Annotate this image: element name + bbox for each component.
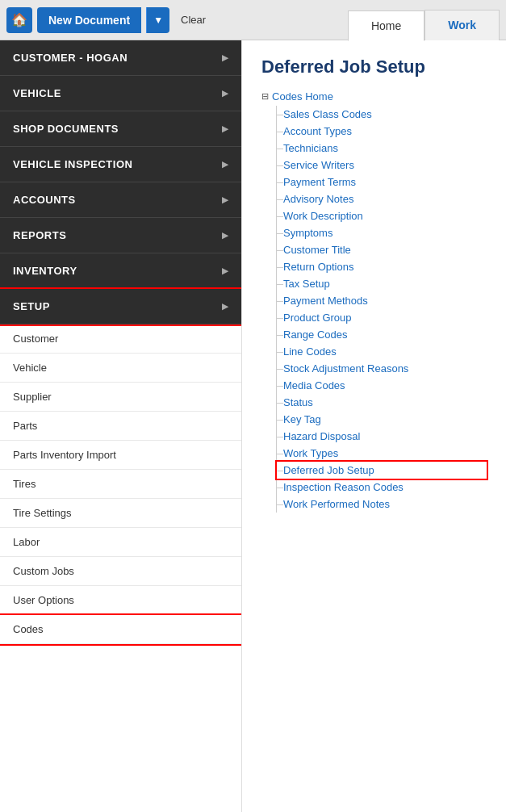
sidebar: CUSTOMER - HOGAN ▶ VEHICLE ▶ SHOP DOCUME… (0, 40, 242, 812)
chevron-right-icon: ▶ (222, 160, 229, 169)
tree-link[interactable]: Work Performed Notes (283, 497, 390, 511)
setup-item-parts[interactable]: Parts (0, 412, 241, 441)
new-document-button[interactable]: New Document (37, 7, 141, 33)
sidebar-label: SHOP DOCUMENTS (13, 123, 119, 135)
setup-item-custom-jobs[interactable]: Custom Jobs (0, 557, 241, 586)
chevron-right-icon: ▶ (222, 124, 229, 133)
sidebar-label: INVENTORY (13, 265, 77, 277)
tree-item-symptoms[interactable]: Symptoms (277, 224, 487, 241)
setup-item-parts-inventory-import[interactable]: Parts Inventory Import (0, 441, 241, 470)
tree-items: Sales Class Codes Account Types Technici… (276, 106, 487, 513)
tree-link[interactable]: Symptoms (283, 226, 332, 240)
tree-link[interactable]: Technicians (283, 141, 338, 155)
tree-link[interactable]: Media Codes (283, 379, 345, 392)
sidebar-item-inventory[interactable]: INVENTORY ▶ (0, 253, 241, 289)
sidebar-item-accounts[interactable]: ACCOUNTS ▶ (0, 182, 241, 218)
tree-link[interactable]: Advisory Notes (283, 192, 353, 206)
sidebar-item-reports[interactable]: REPORTS ▶ (0, 218, 241, 253)
tree-root[interactable]: ⊟ Codes Home (261, 90, 487, 103)
home-button[interactable]: 🏠 (6, 7, 32, 33)
setup-item-codes[interactable]: Codes (0, 615, 241, 644)
page-title: Deferred Job Setup (261, 57, 487, 77)
sidebar-item-customer[interactable]: CUSTOMER - HOGAN ▶ (0, 40, 241, 76)
setup-item-tire-settings[interactable]: Tire Settings (0, 499, 241, 528)
sidebar-item-shop-documents[interactable]: SHOP DOCUMENTS ▶ (0, 111, 241, 147)
tree-item-tax-setup[interactable]: Tax Setup (277, 275, 487, 292)
collapse-icon: ⊟ (261, 91, 269, 102)
setup-item-customer[interactable]: Customer (0, 324, 241, 354)
tree-link[interactable]: Line Codes (283, 345, 337, 358)
tree-link[interactable]: Product Group (283, 311, 352, 324)
tree-item-deferred-job-setup[interactable]: Deferred Job Setup (277, 462, 487, 479)
setup-item-vehicle[interactable]: Vehicle (0, 354, 241, 383)
tree-item-service-writers[interactable]: Service Writers (277, 157, 487, 174)
tree-link[interactable]: Customer Title (283, 243, 351, 257)
chevron-right-icon: ▶ (222, 302, 229, 311)
tree-item-customer-title[interactable]: Customer Title (277, 241, 487, 258)
tab-bar: Home Work (348, 0, 500, 40)
tree-item-range-codes[interactable]: Range Codes (277, 326, 487, 343)
tree-link[interactable]: Payment Terms (283, 175, 356, 189)
tree-item-payment-terms[interactable]: Payment Terms (277, 174, 487, 190)
new-document-dropdown-button[interactable]: ▼ (146, 7, 169, 33)
sidebar-label: CUSTOMER - HOGAN (13, 52, 128, 64)
setup-item-tires[interactable]: Tires (0, 470, 241, 499)
top-bar: 🏠 New Document ▼ Clear Home Work (0, 0, 506, 40)
tree-item-hazard-disposal[interactable]: Hazard Disposal (277, 428, 487, 445)
chevron-right-icon: ▶ (222, 53, 229, 62)
tree-item-technicians[interactable]: Technicians (277, 140, 487, 157)
chevron-right-icon: ▶ (222, 266, 229, 275)
tab-home[interactable]: Home (348, 10, 424, 41)
tree-link[interactable]: Return Options (283, 260, 353, 274)
setup-item-user-options[interactable]: User Options (0, 586, 241, 615)
tree-link[interactable]: Work Types (283, 446, 338, 460)
tree-link[interactable]: Work Description (283, 209, 363, 223)
tree-item-status[interactable]: Status (277, 394, 487, 411)
tree-link[interactable]: Payment Methods (283, 294, 368, 308)
tree-link[interactable]: Stock Adjustment Reasons (283, 362, 408, 375)
sidebar-item-vehicle[interactable]: VEHICLE ▶ (0, 76, 241, 111)
sidebar-label: REPORTS (13, 229, 66, 241)
tree-link[interactable]: Deferred Job Setup (283, 463, 374, 477)
tree-item-inspection-reason-codes[interactable]: Inspection Reason Codes (277, 479, 487, 496)
setup-item-labor[interactable]: Labor (0, 528, 241, 557)
tree-link[interactable]: Sales Class Codes (283, 107, 372, 121)
tree-link[interactable]: Range Codes (283, 328, 348, 341)
sidebar-label: VEHICLE INSPECTION (13, 158, 132, 170)
sidebar-item-setup[interactable]: SETUP ▶ (0, 289, 241, 324)
tree-item-work-description[interactable]: Work Description (277, 207, 487, 224)
codes-tree: ⊟ Codes Home Sales Class Codes Account T… (261, 90, 487, 513)
tree-link[interactable]: Hazard Disposal (283, 429, 360, 443)
tree-item-return-options[interactable]: Return Options (277, 258, 487, 275)
tree-item-sales-class-codes[interactable]: Sales Class Codes (277, 106, 487, 123)
tree-item-work-types[interactable]: Work Types (277, 445, 487, 462)
tree-link[interactable]: Key Tag (283, 412, 321, 426)
tree-item-media-codes[interactable]: Media Codes (277, 377, 487, 394)
chevron-right-icon: ▶ (222, 195, 229, 204)
sidebar-label: VEHICLE (13, 87, 61, 99)
tree-item-work-performed-notes[interactable]: Work Performed Notes (277, 496, 487, 513)
tree-item-line-codes[interactable]: Line Codes (277, 343, 487, 360)
tree-item-advisory-notes[interactable]: Advisory Notes (277, 190, 487, 207)
tree-link[interactable]: Status (283, 396, 313, 409)
content-area: Deferred Job Setup ⊟ Codes Home Sales Cl… (242, 40, 506, 812)
tree-item-key-tag[interactable]: Key Tag (277, 411, 487, 428)
tree-link[interactable]: Account Types (283, 124, 352, 138)
chevron-right-icon: ▶ (222, 89, 229, 98)
tab-work[interactable]: Work (424, 10, 500, 40)
setup-submenu: Customer Vehicle Supplier Parts Parts In… (0, 324, 241, 644)
tree-item-account-types[interactable]: Account Types (277, 123, 487, 140)
main-layout: CUSTOMER - HOGAN ▶ VEHICLE ▶ SHOP DOCUME… (0, 40, 506, 812)
tree-item-product-group[interactable]: Product Group (277, 309, 487, 326)
tree-link[interactable]: Tax Setup (283, 277, 330, 291)
clear-button[interactable]: Clear (174, 14, 212, 26)
setup-item-supplier[interactable]: Supplier (0, 383, 241, 412)
sidebar-item-vehicle-inspection[interactable]: VEHICLE INSPECTION ▶ (0, 147, 241, 182)
tree-link[interactable]: Inspection Reason Codes (283, 480, 404, 494)
tree-item-payment-methods[interactable]: Payment Methods (277, 292, 487, 309)
codes-home-link[interactable]: Codes Home (272, 90, 333, 103)
sidebar-label: ACCOUNTS (13, 194, 76, 206)
tree-link[interactable]: Service Writers (283, 158, 354, 172)
tree-item-stock-adjustment-reasons[interactable]: Stock Adjustment Reasons (277, 360, 487, 377)
sidebar-label: SETUP (13, 300, 50, 312)
